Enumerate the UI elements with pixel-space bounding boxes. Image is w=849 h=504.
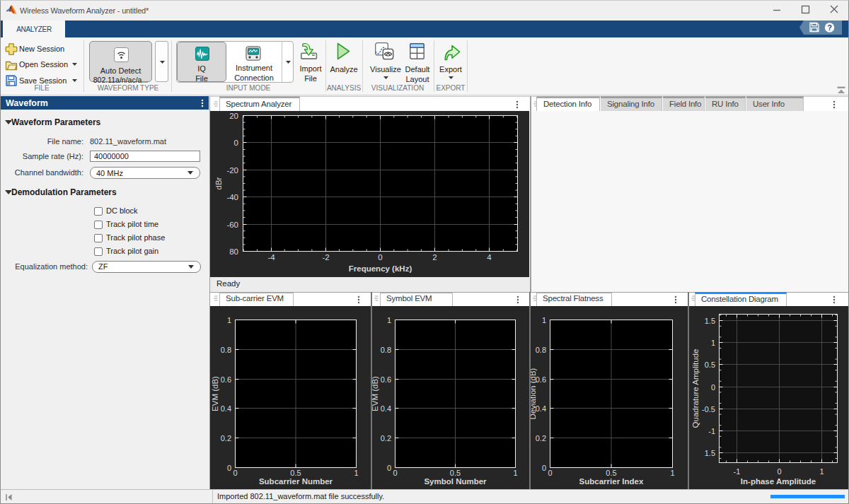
svg-text:0.5: 0.5 [606,469,616,477]
svg-text:0.8: 0.8 [381,346,391,354]
svg-text:0: 0 [227,464,231,472]
svg-text:-60: -60 [226,221,238,229]
svg-text:0.8: 0.8 [536,346,546,354]
svg-text:Frequency (kHz): Frequency (kHz) [349,264,412,273]
svg-text:0.5: 0.5 [290,469,301,477]
svg-text:0: 0 [711,383,715,392]
svg-text:EVM (dB): EVM (dB) [371,376,379,411]
svg-text:1: 1 [227,316,231,324]
svg-text:0: 0 [542,464,546,472]
svg-text:1: 1 [354,469,358,477]
svg-text:0.6: 0.6 [221,375,231,384]
svg-text:0.8: 0.8 [221,346,231,354]
svg-text:Subcarrier Number: Subcarrier Number [259,477,333,486]
svg-text:-0.5: -0.5 [702,405,715,414]
svg-text:0.2: 0.2 [381,434,391,443]
svg-text:1: 1 [819,467,824,476]
svg-text:0: 0 [548,469,552,477]
svg-text:0.5: 0.5 [705,361,715,369]
svg-text:0: 0 [378,253,382,262]
svg-text:dBr: dBr [214,177,223,189]
svg-text:1.5: 1.5 [705,449,715,457]
svg-text:0.4: 0.4 [536,404,546,413]
svg-text:Subcarrier Index: Subcarrier Index [579,477,644,486]
svg-text:1: 1 [711,339,715,347]
svg-text:0.6: 0.6 [536,375,546,384]
svg-text:0.2: 0.2 [221,434,231,443]
svg-text:1: 1 [513,469,517,477]
svg-text:1: 1 [542,316,546,324]
svg-text:0.2: 0.2 [536,434,546,443]
svg-text:0: 0 [777,467,781,476]
svg-text:20: 20 [229,112,238,120]
svg-text:-20: -20 [226,166,238,175]
svg-text:0.4: 0.4 [221,404,231,413]
svg-text:0: 0 [233,469,237,477]
svg-text:4: 4 [487,253,492,262]
svg-text:1: 1 [387,316,391,324]
svg-text:EVM (dB): EVM (dB) [211,376,219,411]
svg-text:0: 0 [234,139,238,147]
svg-text:Deviation (dB): Deviation (dB) [530,368,537,419]
svg-text:2: 2 [432,253,437,262]
svg-text:0.5: 0.5 [450,469,461,477]
svg-text:-1: -1 [734,467,741,476]
svg-text:-2: -2 [322,253,329,262]
svg-text:In-phase Amplitude: In-phase Amplitude [741,477,816,486]
svg-text:80: 80 [229,247,238,256]
svg-text:0.6: 0.6 [381,375,391,384]
svg-text:-4: -4 [267,253,275,262]
svg-text:1: 1 [670,469,674,477]
svg-text:?: ? [827,23,832,32]
svg-text:Symbol Number: Symbol Number [424,477,487,486]
svg-text:0: 0 [387,464,391,472]
svg-text:-1: -1 [708,427,715,435]
svg-text:0.4: 0.4 [381,404,391,413]
svg-text:-40: -40 [226,193,238,201]
svg-text:1.5: 1.5 [705,317,715,325]
svg-text:0: 0 [393,469,397,477]
svg-text:Quadrature Amplitude: Quadrature Amplitude [691,349,700,428]
